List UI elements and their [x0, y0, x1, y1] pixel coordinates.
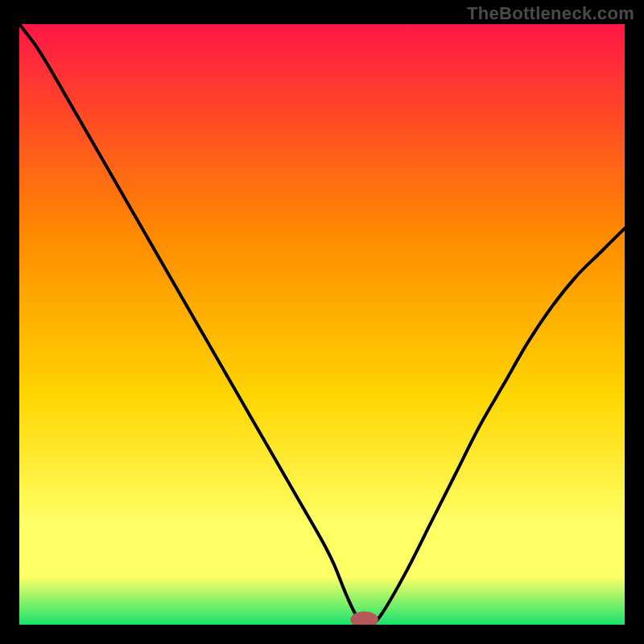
- plot-svg: [19, 24, 625, 625]
- plot-area: [19, 24, 625, 625]
- chart-frame: TheBottleneck.com: [0, 0, 644, 644]
- gradient-background: [19, 24, 625, 625]
- watermark-label: TheBottleneck.com: [467, 3, 634, 24]
